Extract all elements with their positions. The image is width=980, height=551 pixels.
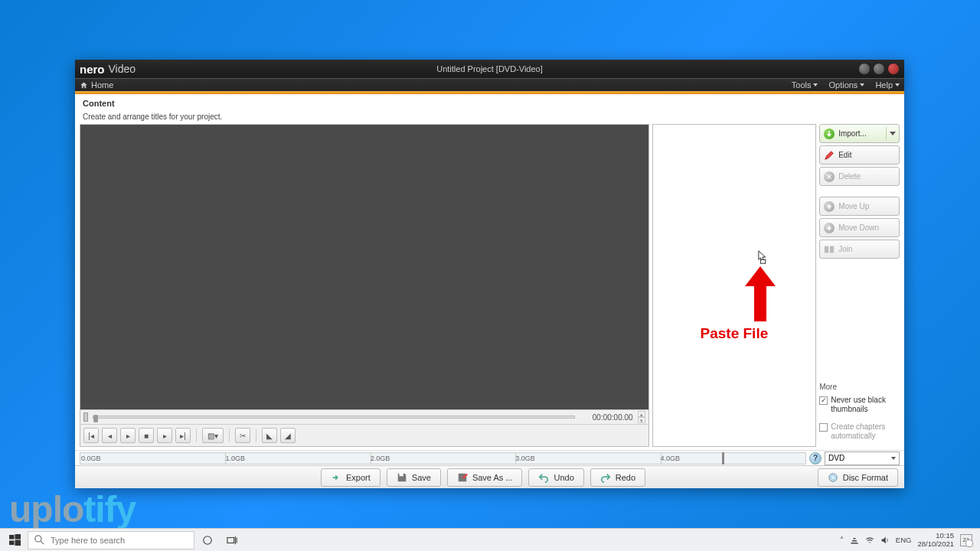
chevron-down-icon	[813, 83, 818, 86]
move-up-button[interactable]: Move Up	[819, 197, 900, 216]
timecode-stepper[interactable]: ▴▾	[638, 411, 645, 423]
seek-handle[interactable]	[83, 412, 88, 422]
tools-menu[interactable]: Tools	[792, 80, 818, 90]
skip-back-button[interactable]: |◂	[83, 428, 99, 443]
svg-rect-1	[825, 246, 828, 253]
delete-icon	[824, 171, 835, 182]
task-view-button[interactable]	[220, 529, 243, 552]
svg-rect-11	[227, 537, 234, 543]
nero-video-window: neroVideo Untitled Project [DVD-Video] H…	[75, 60, 904, 488]
svg-rect-6	[15, 534, 21, 540]
disc-size-bar: 0.0GB 1.0GB 2.0GB 3.0GB 4.0GB ? DVD	[75, 450, 904, 465]
tray-chevron-icon[interactable]: ˄	[840, 536, 844, 544]
delete-button[interactable]: Delete	[819, 167, 900, 186]
svg-point-10	[204, 536, 212, 544]
step-back-button[interactable]: ◂	[102, 428, 117, 443]
close-button[interactable]	[887, 63, 900, 75]
action-sidebar: Import... Edit Delete Move Up Move Down	[819, 124, 900, 447]
join-icon	[824, 244, 835, 255]
language-indicator[interactable]: ENG	[896, 536, 912, 544]
arrow-down-icon	[824, 223, 835, 233]
svg-rect-8	[15, 540, 21, 546]
never-black-checkbox[interactable]: Never use black thumbnails	[819, 396, 900, 414]
volume-icon[interactable]	[880, 536, 890, 545]
svg-rect-7	[9, 540, 15, 545]
redo-button[interactable]: Redo	[590, 468, 645, 487]
arrow-up-icon	[824, 201, 835, 212]
clock[interactable]: 10:15 28/10/2021	[917, 532, 954, 548]
help-icon[interactable]: ?	[809, 452, 822, 465]
start-button[interactable]	[3, 529, 26, 552]
undo-icon	[538, 472, 549, 483]
seek-track[interactable]	[93, 416, 575, 419]
page-title: Content	[83, 99, 897, 108]
chevron-down-icon	[860, 83, 864, 86]
network-icon[interactable]	[850, 536, 859, 545]
maximize-button[interactable]	[873, 63, 885, 75]
chevron-down-icon	[895, 83, 900, 86]
wifi-icon[interactable]	[865, 536, 874, 545]
redo-icon	[600, 472, 611, 483]
mark-in-button[interactable]: ◣	[262, 428, 277, 443]
floppy-pencil-icon	[457, 472, 468, 483]
home-button[interactable]: Home	[80, 80, 113, 90]
skip-forward-button[interactable]: ▸|	[175, 428, 191, 443]
help-menu[interactable]: Help	[875, 80, 900, 90]
watermark: uplotify	[9, 488, 136, 530]
footer-toolbar: Export Save Save As ... Undo Redo Disc F…	[75, 465, 904, 488]
seek-bar[interactable]: 00:00:00.00 ▴▾	[80, 409, 648, 425]
menubar: Home Tools Options Help	[75, 78, 904, 92]
options-menu[interactable]: Options	[828, 80, 864, 90]
import-button[interactable]: Import...	[819, 124, 900, 143]
title-list-panel[interactable]: Paste File	[652, 124, 817, 447]
minimize-button[interactable]	[858, 63, 871, 75]
play-button[interactable]: ▸	[120, 428, 136, 443]
circle-icon	[202, 535, 213, 546]
page-header: Content Create and arrange titles for yo…	[75, 94, 904, 124]
import-icon	[824, 129, 835, 139]
chevron-down-icon	[890, 132, 896, 135]
snapshot-button[interactable]: ▧▾	[202, 428, 224, 443]
project-title: Untitled Project [DVD-Video]	[75, 64, 904, 73]
checkbox-icon	[819, 423, 828, 432]
windows-icon	[9, 534, 21, 546]
preview-panel: 00:00:00.00 ▴▾ |◂ ◂ ▸ ■ ▸ ▸| ▧▾ ✂ ◣ ◢	[80, 124, 649, 447]
svg-rect-2	[830, 246, 834, 253]
move-down-button[interactable]: Move Down	[819, 218, 900, 237]
svg-point-4	[831, 476, 834, 478]
capacity-marker	[722, 452, 724, 465]
mark-out-button[interactable]: ◢	[280, 428, 296, 443]
save-button[interactable]: Save	[387, 468, 441, 487]
size-track[interactable]: 0.0GB 1.0GB 2.0GB 3.0GB 4.0GB	[80, 452, 806, 465]
pencil-icon	[824, 150, 835, 161]
svg-rect-0	[760, 259, 766, 263]
windows-taskbar: Type here to search ˄ ENG 10:15 28/10/20…	[0, 528, 980, 551]
page-subtitle: Create and arrange titles for your proje…	[83, 112, 897, 121]
transport-controls: |◂ ◂ ▸ ■ ▸ ▸| ▧▾ ✂ ◣ ◢	[80, 425, 648, 446]
timecode: 00:00:00.00	[580, 413, 633, 422]
auto-chapters-checkbox[interactable]: Create chapters automatically	[819, 422, 900, 441]
floppy-icon	[397, 472, 407, 483]
export-icon	[331, 472, 341, 483]
step-forward-button[interactable]: ▸	[157, 428, 172, 443]
search-input[interactable]: Type here to search	[28, 531, 194, 549]
save-as-button[interactable]: Save As ...	[447, 468, 523, 487]
disc-format-button[interactable]: Disc Format	[818, 468, 898, 487]
stop-button[interactable]: ■	[139, 428, 154, 443]
undo-button[interactable]: Undo	[528, 468, 583, 487]
disc-icon	[828, 472, 838, 483]
export-button[interactable]: Export	[321, 468, 381, 487]
edit-button[interactable]: Edit	[819, 145, 900, 165]
join-button[interactable]: Join	[819, 240, 900, 259]
drag-cursor-icon	[758, 250, 768, 264]
task-view-icon	[227, 535, 237, 546]
cortana-button[interactable]	[196, 529, 219, 552]
disc-type-select[interactable]: DVD	[825, 452, 900, 465]
home-icon	[80, 81, 88, 90]
titlebar[interactable]: neroVideo Untitled Project [DVD-Video]	[75, 60, 904, 78]
notification-center[interactable]: 21	[960, 534, 972, 546]
checkbox-icon	[819, 396, 828, 405]
cut-button[interactable]: ✂	[235, 428, 250, 443]
more-label: More	[819, 383, 900, 391]
preview-canvas[interactable]	[80, 125, 648, 409]
